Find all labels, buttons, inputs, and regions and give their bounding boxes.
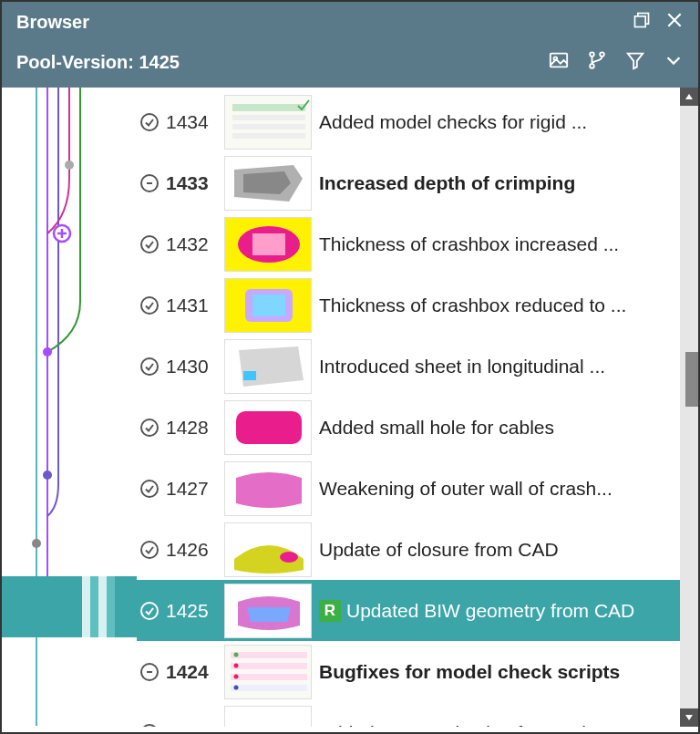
svg-point-6 (590, 52, 594, 57)
svg-rect-55 (231, 663, 307, 669)
version-number: 1428 (162, 417, 217, 439)
title-bar: Browser (2, 2, 698, 43)
thumbnail (224, 278, 312, 333)
version-row[interactable]: 1430Introduced sheet in longitudinal ... (137, 336, 698, 397)
version-description: RUpdated BIW geometry from CAD (319, 600, 671, 622)
check-circle-icon (137, 478, 162, 500)
branch-icon[interactable] (587, 50, 607, 75)
check-circle-icon (137, 111, 162, 133)
target-circle-icon (137, 172, 162, 194)
description-text: Weakening of outer wall of crash... (319, 478, 612, 500)
check-circle-icon (137, 356, 162, 377)
thumbnail (224, 645, 312, 699)
version-description: Bugfixes for model check scripts (319, 661, 671, 683)
description-text: Thickness of crashbox reduced to ... (319, 295, 626, 316)
svg-rect-63 (225, 706, 311, 728)
r-badge: R (319, 600, 341, 622)
version-description: Added model checks for rigid ... (319, 111, 671, 133)
svg-point-44 (141, 481, 158, 497)
version-row[interactable]: 1424Bugfixes for model check scripts (137, 641, 698, 702)
svg-point-30 (141, 236, 158, 253)
close-icon[interactable] (665, 11, 684, 34)
version-number: 1431 (162, 295, 217, 316)
check-circle-icon (137, 600, 162, 622)
svg-point-14 (65, 160, 74, 170)
version-row[interactable]: 1433Increased depth of crimping (137, 152, 698, 213)
version-number: 1427 (162, 478, 217, 500)
svg-point-8 (590, 64, 594, 68)
svg-point-41 (141, 419, 158, 436)
version-row[interactable]: 1425RUpdated BIW geometry from CAD (137, 580, 698, 641)
description-text: Added OLC evaluation for results (319, 722, 601, 728)
svg-rect-25 (232, 124, 305, 129)
pool-version-label: Pool-Version: 1425 (16, 52, 180, 73)
scroll-down-arrow[interactable] (680, 708, 698, 727)
check-circle-icon (137, 539, 162, 561)
scrollbar[interactable] (680, 88, 698, 727)
svg-point-38 (141, 358, 158, 375)
svg-point-21 (141, 114, 158, 130)
sub-bar-icons (549, 50, 684, 75)
svg-rect-1 (635, 16, 646, 27)
description-text: Introduced sheet in longitudinal ... (319, 356, 605, 377)
thumbnail (224, 217, 312, 272)
svg-point-48 (280, 552, 298, 563)
thumbnail (224, 400, 312, 455)
version-row[interactable]: 1426Update of closure from CAD (137, 519, 698, 580)
version-list: 1434Added model checks for rigid ...1433… (137, 88, 698, 727)
description-text: Update of closure from CAD (319, 539, 559, 561)
thumbnail (224, 706, 312, 728)
version-number: 1433 (162, 172, 217, 194)
check-circle-icon (137, 417, 162, 439)
thumbnail (224, 95, 312, 150)
version-description: Added small hole for cables (319, 417, 671, 439)
selection-stripes (2, 576, 137, 637)
scroll-handle[interactable] (685, 352, 698, 407)
description-text: Thickness of crashbox increased ... (319, 233, 619, 255)
svg-point-7 (600, 52, 604, 57)
sub-bar: Pool-Version: 1425 (2, 43, 698, 88)
svg-rect-40 (243, 371, 256, 380)
check-circle-icon (137, 722, 162, 728)
svg-point-58 (234, 652, 239, 656)
version-number: 1432 (162, 233, 217, 255)
svg-point-15 (43, 347, 52, 357)
svg-rect-37 (252, 295, 285, 316)
panel-title: Browser (16, 12, 89, 33)
version-description: Thickness of crashbox reduced to ... (319, 295, 671, 316)
filter-icon[interactable] (625, 50, 645, 75)
svg-point-46 (141, 542, 158, 558)
version-row[interactable]: 1434Added model checks for rigid ... (137, 91, 698, 152)
version-description: Added OLC evaluation for results (319, 722, 671, 728)
svg-rect-24 (232, 115, 305, 120)
version-row[interactable]: 1422Added OLC evaluation for results (137, 702, 698, 727)
version-number: 1424 (162, 661, 217, 683)
svg-rect-43 (236, 411, 302, 444)
image-icon[interactable] (549, 50, 569, 75)
svg-point-60 (234, 674, 239, 678)
description-text: Added model checks for rigid ... (319, 111, 587, 133)
svg-rect-54 (231, 652, 307, 658)
scroll-up-arrow[interactable] (680, 88, 698, 106)
svg-point-62 (141, 725, 158, 728)
target-circle-icon (137, 661, 162, 683)
version-number: 1425 (162, 600, 217, 622)
description-text: Added small hole for cables (319, 417, 554, 439)
version-number: 1426 (162, 539, 217, 561)
svg-rect-23 (232, 104, 305, 111)
svg-rect-56 (231, 674, 307, 680)
version-row[interactable]: 1428Added small hole for cables (137, 397, 698, 458)
chevron-down-icon[interactable] (664, 50, 684, 75)
version-description: Increased depth of crimping (319, 172, 671, 194)
version-row[interactable]: 1432Thickness of crashbox increased ... (137, 213, 698, 274)
restore-icon[interactable] (633, 11, 651, 34)
check-circle-icon (137, 295, 162, 316)
version-row[interactable]: 1431Thickness of crashbox reduced to ... (137, 274, 698, 336)
svg-point-59 (234, 663, 239, 667)
description-text: Increased depth of crimping (319, 172, 575, 194)
svg-point-61 (234, 685, 239, 689)
version-number: 1422 (162, 722, 217, 728)
thumbnail (224, 461, 312, 516)
svg-rect-22 (225, 95, 311, 150)
version-row[interactable]: 1427Weakening of outer wall of crash... (137, 458, 698, 519)
